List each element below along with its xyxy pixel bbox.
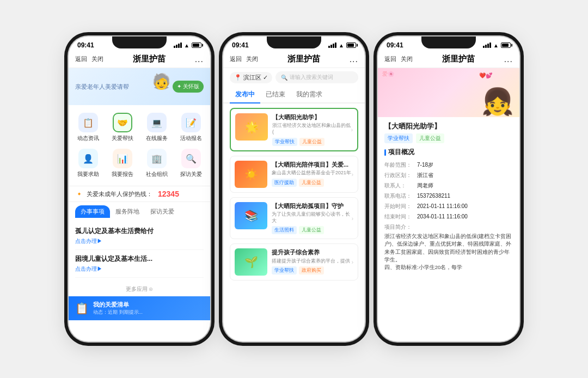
tab-my-needs[interactable]: 我的需求 [291, 87, 328, 102]
back-label-1[interactable]: 返回 [75, 55, 87, 63]
signal-icon-3 [483, 42, 491, 48]
hotline-bar: 🔸 关爱未成年人保护热线： 12345 [69, 186, 210, 202]
value-age: 7-18岁 [417, 161, 513, 169]
card-companion[interactable]: ☀️ 【大晒阳光陪伴项目】关爱... 象山县大晒公益慈善基金会于2021年 医疗… [230, 156, 358, 193]
back-close-2[interactable]: 返回 关闭 [230, 55, 258, 63]
bottom-sub-1: 动态：近期 到期提示... [93, 309, 143, 316]
arrow-icon-3: › [352, 215, 353, 221]
orphan-link[interactable]: 点击办理▶ [75, 237, 204, 245]
tag-study: 学业帮扶 [272, 138, 297, 146]
tag-study2: 学业帮扶 [272, 266, 297, 275]
grid-item-report[interactable]: 📊 我要报告 [105, 145, 139, 181]
signal-icon-2 [328, 42, 336, 48]
card-img-3: 📚 [235, 202, 267, 229]
tab-service[interactable]: 服务阵地 [110, 205, 145, 218]
more-button-3[interactable]: ... [504, 54, 513, 64]
location-selector[interactable]: 📍 滨江区 ✓ [230, 72, 272, 83]
label-contact: 联系人： [384, 182, 413, 190]
grid-item-visit[interactable]: 🔍 探访关爱 [174, 145, 208, 181]
visit-icon: 🔍 [181, 149, 201, 168]
search-bar[interactable]: 🔍 请输入搜索关键词 [275, 71, 358, 83]
app-container: 09:41 ▲ 返回 关闭 浙里护苗 ... [58, 26, 530, 352]
p3-banner-deco: 爱🌸 [382, 70, 394, 78]
p3-banner: 爱🌸 ❤️💕 👧 [378, 68, 519, 117]
close-label-3[interactable]: 关闭 [401, 55, 413, 63]
tag-children3: 儿童公益 [299, 226, 324, 234]
bottom-title-1: 我的关爱清单 [93, 301, 143, 309]
label-age: 年龄范围： [384, 161, 413, 169]
section-title: 项目概况 [384, 148, 513, 157]
phone-notch-2 [267, 36, 321, 48]
screen-2: 📍 滨江区 ✓ 🔍 请输入搜索关键词 发布中 已结束 我的需求 [223, 68, 365, 342]
card-title-2: 【大晒阳光陪伴项目】关爱... [272, 161, 353, 168]
info-row-desc: 项目简介： 浙江省经济欠发达地区和象山县的低保(建档立卡贫困户)、低保边缘户、重… [384, 223, 513, 271]
banner-image-1: 🧓 [152, 72, 171, 90]
phone-notch [112, 36, 167, 48]
grid-item-org[interactable]: 🏢 社会组织 [139, 145, 174, 181]
care-version-btn[interactable]: ✦ 关怀版 [173, 81, 204, 93]
wifi-icon-3: ▲ [493, 42, 499, 48]
card-sunshine-study[interactable]: 🌟 【大晒阳光助学】 浙江省经济欠发达地区和象山县的低 ( 学业帮扶 儿童公益 … [230, 108, 358, 151]
tab-affairs[interactable]: 办事事项 [75, 205, 110, 218]
hotline-icon: 🔸 [75, 190, 83, 198]
service-label: 在线服务 [146, 135, 168, 142]
card-tags-1: 学业帮扶 儿童公益 [272, 138, 353, 146]
grid-item-event[interactable]: 📝 活动报名 [174, 109, 208, 145]
card-desc-2: 象山县大晒公益慈善基金会于2021年 [272, 170, 353, 176]
value-desc: 浙江省经济欠发达地区和象山县的低保(建档立卡贫困户)、低保边缘户、重点优抚对象、… [384, 233, 513, 271]
more-apps[interactable]: 更多应用 ⊙ [69, 282, 210, 296]
card-img-2: ☀️ [235, 161, 267, 188]
tag-medical: 医疗援助 [272, 179, 297, 187]
back-close-3[interactable]: 返回 关闭 [384, 55, 413, 63]
grid-item-help[interactable]: 👤 我要求助 [71, 145, 105, 181]
time-display-2: 09:41 [232, 41, 249, 49]
tab-publishing[interactable]: 发布中 [230, 87, 260, 102]
section-bar [384, 149, 386, 156]
help-icon: 👤 [78, 149, 98, 168]
close-label-1[interactable]: 关闭 [91, 55, 103, 63]
p1-grid: 📋 动态资讯 🤝 关爱帮扶 💻 在线服务 📝 活动报名 👤 我要求 [69, 105, 210, 186]
hotline-number[interactable]: 12345 [158, 190, 179, 198]
time-display-3: 09:41 [387, 41, 403, 49]
more-button-2[interactable]: ... [350, 54, 358, 64]
bottom-banner-1[interactable]: 📋 我的关爱清单 动态：近期 到期提示... [69, 296, 210, 320]
p3-hearts: ❤️💕 [479, 72, 492, 78]
tag-study-p3: 学业帮扶 [384, 133, 413, 143]
tag-children: 儿童公益 [299, 138, 324, 146]
search-placeholder: 请输入搜索关键词 [290, 74, 333, 81]
location-pin-icon: 📍 [234, 74, 242, 81]
back-close-1[interactable]: 返回 关闭 [75, 55, 103, 63]
phone-notch-3 [421, 36, 476, 48]
status-icons-2: ▲ [328, 42, 356, 48]
p2-card-list: 🌟 【大晒阳光助学】 浙江省经济欠发达地区和象山县的低 ( 学业帮扶 儿童公益 … [223, 103, 365, 289]
close-label-2[interactable]: 关闭 [246, 55, 258, 63]
back-label-2[interactable]: 返回 [230, 55, 242, 63]
card-improve[interactable]: 🌱 提升孩子综合素养 搭建提升孩子综合素养的平台，提供 学业帮扶 政府购买 › [230, 243, 358, 281]
card-img-4: 🌱 [235, 248, 267, 276]
grid-item-news[interactable]: 📋 动态资讯 [71, 109, 105, 145]
battery-icon-1 [192, 42, 201, 48]
card-title-1: 【大晒阳光助学】 [272, 113, 353, 121]
value-contact: 周老师 [417, 182, 513, 190]
card-tags-3: 生活照料 儿童公益 [272, 226, 353, 234]
battery-icon-3 [501, 42, 511, 48]
grid-item-care[interactable]: 🤝 关爱帮扶 [105, 109, 139, 145]
p2-tabs: 发布中 已结束 我的需求 [223, 87, 365, 103]
visit-label: 探访关爱 [180, 170, 202, 178]
header-1: 返回 关闭 浙里护苗 ... [69, 52, 210, 68]
search-icon: 🔍 [281, 75, 287, 81]
card-orphan[interactable]: 📚 【大晒阳光助孤项目】守护 为了让失依儿童们能够安心读书，长大 生活照料 儿童… [230, 197, 358, 240]
difficult-link[interactable]: 点击办理▶ [75, 265, 204, 273]
difficult-title: 困境儿童认定及基本生活... [75, 254, 204, 264]
back-label-3[interactable]: 返回 [384, 55, 396, 63]
arrow-icon-4: › [352, 259, 353, 265]
screen-1: 亲爱老年人美爱请帮 🧓 ✦ 关怀版 📋 动态资讯 🤝 关爱帮扶 💻 在线服务 [69, 68, 210, 342]
value-start: 2021-01-11 11:16:00 [417, 203, 513, 210]
app-title-1: 浙里护苗 [133, 54, 166, 64]
tab-ended[interactable]: 已结束 [260, 87, 291, 102]
more-button-1[interactable]: ... [195, 54, 204, 64]
header-3: 返回 关闭 浙里护苗 ... [378, 52, 519, 68]
p1-tabs: 办事事项 服务阵地 探访关爱 [69, 202, 210, 218]
grid-item-service[interactable]: 💻 在线服务 [139, 109, 174, 145]
tab-visit[interactable]: 探访关爱 [145, 205, 180, 218]
